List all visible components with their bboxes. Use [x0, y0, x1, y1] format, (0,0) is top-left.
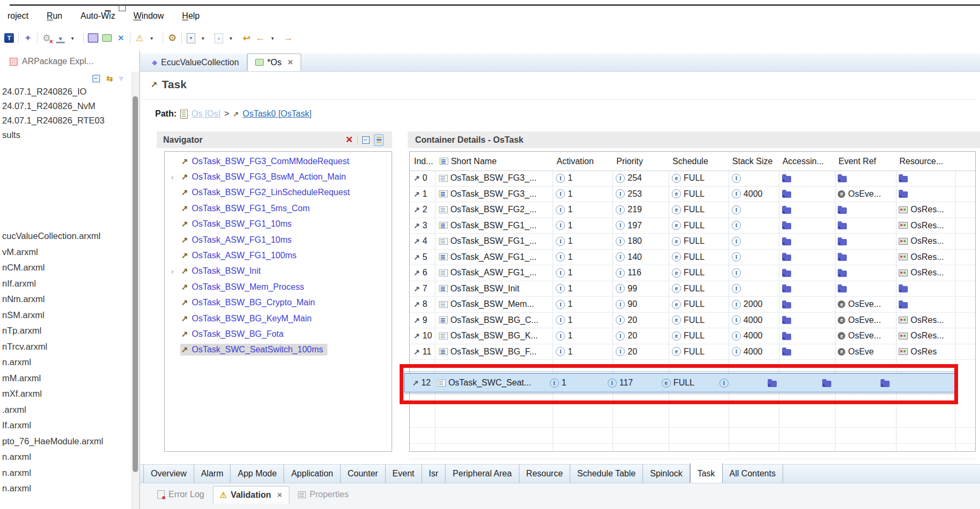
table-cell[interactable]: ↗9: [410, 313, 435, 328]
dropdown-icon[interactable]: ▾: [268, 32, 281, 44]
menu-item-auto-wiz[interactable]: Auto-Wiz: [80, 11, 115, 21]
tab-os[interactable]: *Os ✕: [247, 53, 302, 71]
dropdown-icon[interactable]: ▾: [68, 32, 81, 44]
back-icon[interactable]: ←: [254, 32, 267, 44]
table-cell[interactable]: OsTask_BSW_FG1_...: [435, 234, 553, 249]
table-cell[interactable]: I: [728, 171, 778, 186]
menu-item-window[interactable]: Window: [133, 11, 164, 21]
table-cell[interactable]: eFULL: [668, 202, 728, 218]
table-cell[interactable]: [778, 328, 834, 344]
table-cell[interactable]: eFULL: [668, 187, 728, 202]
table-row[interactable]: ↗0OsTask_BSW_FG3_...I1I254eFULLI: [410, 171, 975, 187]
table-row[interactable]: ↗2OsTask_BSW_FG2_...I1I219eFULLIOsRes...: [410, 202, 975, 218]
tab-ecucvaluecollection[interactable]: ◆ EcucValueCollection: [144, 53, 247, 71]
table-cell[interactable]: I219: [612, 202, 668, 218]
table-cell[interactable]: I1: [552, 250, 612, 265]
dropdown-icon[interactable]: ▾: [226, 32, 239, 44]
table-cell[interactable]: [895, 297, 954, 312]
table-cell[interactable]: [954, 234, 975, 249]
table-cell[interactable]: eFULL: [668, 281, 728, 297]
table-cell[interactable]: eOsEve...: [834, 187, 895, 202]
tree-item[interactable]: sults: [2, 128, 104, 142]
table-cell[interactable]: [778, 187, 834, 202]
close-icon[interactable]: ✕: [287, 58, 293, 66]
table-cell[interactable]: eOsEve: [834, 344, 895, 360]
table-cell[interactable]: [778, 313, 834, 328]
table-cell[interactable]: I: [716, 374, 764, 392]
table-cell[interactable]: OsTask_BSW_FG2_...: [435, 202, 553, 218]
table-cell[interactable]: [834, 250, 895, 265]
navigator-item[interactable]: ↗OsTask_BSW_FG1_10ms: [165, 217, 392, 232]
table-cell[interactable]: [778, 218, 834, 234]
table-cell[interactable]: I253: [612, 187, 668, 202]
table-cell[interactable]: [954, 297, 975, 312]
table-cell[interactable]: I: [728, 234, 778, 249]
table-row[interactable]: ↗9OsTask_BSW_BG_C...I1I20eFULLI4000eOsEv…: [410, 313, 975, 329]
table-cell[interactable]: I116: [612, 265, 668, 281]
table-cell[interactable]: ↗11: [410, 344, 435, 360]
form-tab-application[interactable]: Application: [284, 465, 340, 483]
table-cell[interactable]: OsRes...: [895, 328, 954, 344]
table-cell[interactable]: I254: [612, 171, 668, 186]
table-cell[interactable]: OsTask_BSW_Mem...: [435, 297, 553, 312]
import-icon[interactable]: ▼: [54, 32, 67, 44]
table-cell[interactable]: I: [728, 202, 778, 218]
table-cell[interactable]: OsRes...: [895, 313, 954, 328]
table-cell[interactable]: ↗3: [410, 218, 435, 234]
table-cell[interactable]: I4000: [728, 344, 778, 360]
table-cell[interactable]: [954, 265, 975, 281]
table-cell[interactable]: ↗6: [410, 265, 435, 281]
table-cell[interactable]: [954, 313, 975, 328]
table-cell[interactable]: OsTask_BSW_FG3_...: [435, 187, 553, 202]
form-tab-all-contents[interactable]: All Contents: [723, 465, 783, 483]
table-cell[interactable]: I4000: [728, 313, 778, 328]
tree-item-arxml[interactable]: nCM.arxml: [2, 260, 103, 276]
table-cell[interactable]: I197: [612, 218, 668, 234]
navigator-item[interactable]: ›↗OsTask_BSW_Init: [165, 264, 392, 279]
table-cell[interactable]: OsTask_BSW_FG3_...: [435, 171, 553, 186]
tree-item-arxml[interactable]: pto_76_HaeModule.arxml: [2, 434, 103, 450]
table-cell[interactable]: [764, 374, 818, 392]
table-cell[interactable]: I: [728, 218, 778, 234]
editor-area-icon[interactable]: [101, 32, 113, 44]
column-header-event-ref[interactable]: Event Ref: [834, 152, 895, 171]
column-header-short-name[interactable]: Short Name: [435, 152, 553, 171]
column-header-schedule[interactable]: Schedule: [668, 152, 728, 171]
table-cell[interactable]: eFULL: [668, 234, 728, 249]
table-cell[interactable]: I180: [612, 234, 668, 249]
table-cell[interactable]: OsRes...: [895, 265, 954, 281]
table-row-selected[interactable]: ↗12OsTask_SWC_Seat...I1I117eFULLI: [404, 373, 955, 392]
column-header-activation[interactable]: Activation: [552, 152, 612, 171]
table-cell[interactable]: eFULL: [668, 344, 728, 360]
column-header-accessin-[interactable]: Accessin...: [778, 152, 834, 171]
tree-item[interactable]: 24.07.1_R240826_NvM: [2, 99, 104, 113]
table-cell[interactable]: [778, 171, 834, 186]
table-cell[interactable]: I20: [612, 328, 668, 344]
table-cell[interactable]: I1: [546, 374, 604, 392]
table-cell[interactable]: OsTask_SWC_Seat...: [433, 374, 546, 392]
table-cell[interactable]: ↗4: [410, 234, 435, 249]
tree-item[interactable]: 24.07.1_R240826_RTE03: [2, 113, 104, 128]
navigator-item[interactable]: ↗OsTask_BSW_FG1_5ms_Com: [165, 200, 392, 216]
breadcrumb-os-link[interactable]: Os [Os]: [192, 109, 220, 119]
table-cell[interactable]: [954, 328, 975, 344]
tree-item-arxml[interactable]: If.arxml: [2, 418, 103, 434]
table-cell[interactable]: [778, 297, 834, 312]
tree-item-arxml[interactable]: vM.arxml: [2, 244, 103, 260]
tree-item-arxml[interactable]: mXf.arxml: [2, 386, 103, 402]
module-window-icon[interactable]: [87, 32, 99, 44]
table-cell[interactable]: I: [728, 250, 778, 265]
table-cell[interactable]: OsTask_BSW_BG_K...: [435, 328, 553, 344]
table-cell[interactable]: I1: [552, 234, 612, 249]
table-row[interactable]: ↗6OsTask_ASW_FG1_...I1I116eFULLIOsRes...: [410, 265, 975, 281]
table-cell[interactable]: [895, 187, 954, 202]
table-cell[interactable]: I90: [612, 297, 668, 312]
table-cell[interactable]: [954, 171, 975, 186]
table-row[interactable]: ↗8OsTask_BSW_Mem...I1I90eFULLI2000eOsEve…: [410, 297, 975, 313]
table-cell[interactable]: I1: [552, 297, 612, 312]
dropdown-icon[interactable]: ▾: [198, 32, 211, 44]
table-cell[interactable]: eOsEve...: [834, 297, 895, 312]
table-cell[interactable]: OsTask_ASW_FG1_...: [435, 250, 553, 265]
tree-item-arxml[interactable]: .arxml: [2, 402, 103, 418]
form-tab-task[interactable]: Task: [690, 463, 723, 483]
